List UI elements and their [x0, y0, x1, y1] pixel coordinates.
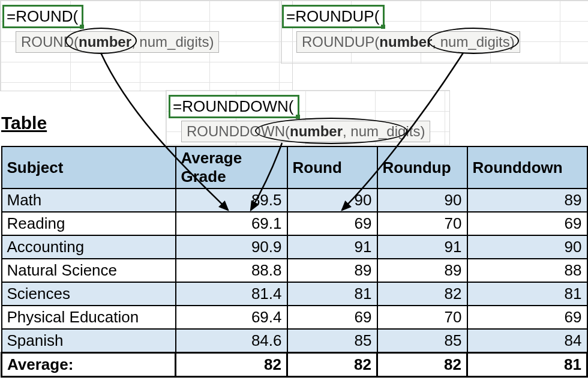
- table-row: Physical Education 69.4 69 70 69: [2, 306, 587, 329]
- cell-avg: 69.4: [176, 306, 287, 329]
- cell-avg: 84.6: [176, 329, 287, 353]
- cell-avg-round: 82: [287, 353, 377, 377]
- cell-rounddown: 90: [467, 235, 587, 259]
- cell-avg: 69.1: [176, 212, 287, 235]
- tip-fn: ROUNDUP(: [302, 34, 379, 50]
- cell-round: 81: [287, 282, 377, 306]
- cell-subject: Accounting: [2, 235, 176, 259]
- cell-roundup: 89: [377, 259, 467, 282]
- cell-avg-label: Average:: [2, 353, 176, 377]
- table-row: Accounting 90.9 91 91 90: [2, 235, 587, 259]
- formula-input-roundup[interactable]: =ROUNDUP(: [282, 5, 385, 28]
- cell-rounddown: 89: [467, 188, 587, 212]
- col-rounddown: Rounddown: [467, 146, 587, 188]
- table-header-row: Subject Average Grade Round Roundup Roun…: [2, 146, 587, 188]
- formula-text: =ROUNDUP(: [286, 7, 379, 25]
- tooltip-roundup: ROUNDUP(number, num_digits): [296, 31, 520, 53]
- formula-input-rounddown[interactable]: =ROUNDDOWN(: [169, 95, 299, 118]
- table-row: Spanish 84.6 85 85 84: [2, 329, 587, 353]
- table-row: Natural Science 88.8 89 89 88: [2, 259, 587, 282]
- cell-subject: Math: [2, 188, 176, 212]
- cell-round: 85: [287, 329, 377, 353]
- col-average: Average Grade: [176, 146, 287, 188]
- cell-subject: Physical Education: [2, 306, 176, 329]
- cell-rounddown: 69: [467, 306, 587, 329]
- cell-subject: Sciences: [2, 282, 176, 306]
- col-round: Round: [287, 146, 377, 188]
- cell-roundup: 82: [377, 282, 467, 306]
- tip-arg-bold: number: [379, 34, 432, 50]
- cell-round: 90: [287, 188, 377, 212]
- tip-rest: , num_digits): [131, 34, 214, 50]
- cell-rounddown: 69: [467, 212, 587, 235]
- rounding-table: Subject Average Grade Round Roundup Roun…: [1, 146, 588, 378]
- table-row: Reading 69.1 69 70 69: [2, 212, 587, 235]
- cell-round: 91: [287, 235, 377, 259]
- table-title: Table: [1, 113, 47, 133]
- tip-rest: , num_digits): [432, 34, 514, 50]
- cell-avg-rounddown: 81: [467, 353, 587, 377]
- cell-avg: 89.5: [176, 188, 287, 212]
- cell-avg: 88.8: [176, 259, 287, 282]
- tooltip-round: ROUND(number, num_digits): [16, 31, 219, 53]
- cell-subject: Spanish: [2, 329, 176, 353]
- cell-roundup: 70: [377, 306, 467, 329]
- cell-subject: Reading: [2, 212, 176, 235]
- cell-round: 69: [287, 212, 377, 235]
- cell-rounddown: 84: [467, 329, 587, 353]
- cell-subject: Natural Science: [2, 259, 176, 282]
- cell-rounddown: 81: [467, 282, 587, 306]
- cell-roundup: 90: [377, 188, 467, 212]
- cell-avg: 90.9: [176, 235, 287, 259]
- cell-roundup: 85: [377, 329, 467, 353]
- formula-text: =ROUNDDOWN(: [173, 97, 294, 115]
- table-row: Math 89.5 90 90 89: [2, 188, 587, 212]
- cell-avg-avg: 82: [176, 353, 287, 377]
- cell-avg-roundup: 82: [377, 353, 467, 377]
- tip-arg-bold: number: [79, 34, 131, 50]
- cell-round: 89: [287, 259, 377, 282]
- tip-fn: ROUNDDOWN(: [187, 123, 290, 139]
- cell-roundup: 70: [377, 212, 467, 235]
- formula-input-round[interactable]: =ROUND(: [2, 5, 83, 28]
- tooltip-rounddown: ROUNDDOWN(number, num_digits): [181, 121, 430, 142]
- col-roundup: Roundup: [377, 146, 467, 188]
- col-subject: Subject: [2, 146, 176, 188]
- tip-rest: , num_digits): [343, 123, 425, 139]
- tip-arg-bold: number: [290, 123, 343, 139]
- table-row: Sciences 81.4 81 82 81: [2, 282, 587, 306]
- tip-fn: ROUND(: [21, 34, 79, 50]
- cell-round: 69: [287, 306, 377, 329]
- formula-text: =ROUND(: [7, 7, 78, 25]
- cell-avg: 81.4: [176, 282, 287, 306]
- cell-rounddown: 88: [467, 259, 587, 282]
- table-average-row: Average: 82 82 82 81: [2, 353, 587, 377]
- cell-roundup: 91: [377, 235, 467, 259]
